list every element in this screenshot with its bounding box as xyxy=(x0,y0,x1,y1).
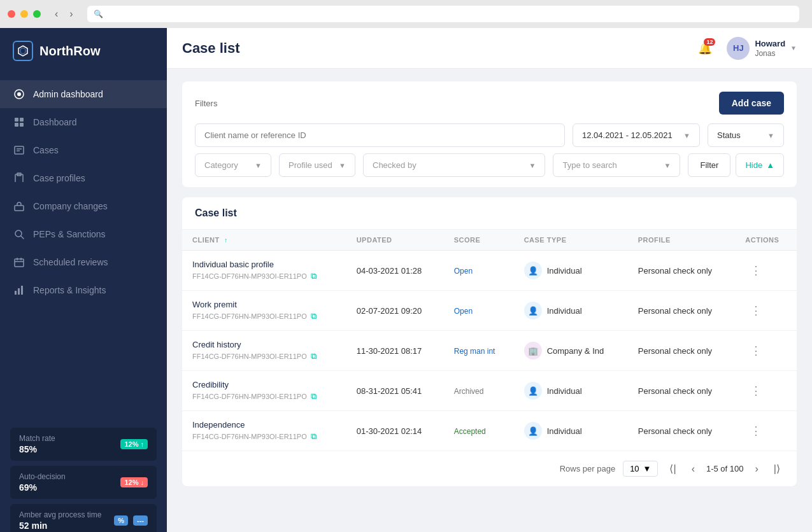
forward-button[interactable]: › xyxy=(66,7,76,21)
notification-button[interactable]: 🔔 12 xyxy=(694,37,716,60)
sidebar-item-cases[interactable]: Cases xyxy=(0,136,167,164)
cell-client-2: Credit history FF14CG-DF76HN-MP93OI-ER11… xyxy=(182,331,346,371)
svg-rect-21 xyxy=(21,286,23,295)
filter-row-2: Category ▼ Profile used ▼ Checked by ▼ T… xyxy=(195,153,784,177)
cell-score-2: Reg man int xyxy=(444,331,514,371)
hide-chevron-icon: ▲ xyxy=(766,160,774,170)
cases-icon xyxy=(13,144,25,157)
add-case-button[interactable]: Add case xyxy=(719,92,784,115)
cell-actions-2: ⋮ xyxy=(735,331,797,371)
copy-icon-1[interactable]: ⧉ xyxy=(311,311,317,321)
cell-client-3: Credibility FF14CG-DF76HN-MP93OI-ER11PO … xyxy=(182,371,346,411)
sidebar-item-case-profiles[interactable]: Case profiles xyxy=(0,164,167,192)
table-row: Credibility FF14CG-DF76HN-MP93OI-ER11PO … xyxy=(182,371,797,411)
hide-button[interactable]: Hide ▲ xyxy=(736,153,784,177)
cell-updated-3: 08-31-2021 05:41 xyxy=(346,371,444,411)
prev-page-button[interactable]: ‹ xyxy=(688,461,699,477)
cell-updated-4: 01-30-2021 02:14 xyxy=(346,411,444,451)
browser-chrome: ‹ › 🔍 xyxy=(0,0,812,28)
sidebar-item-label: Reports & Insights xyxy=(33,285,106,295)
sidebar-item-admin-dashboard[interactable]: Admin dashboard xyxy=(0,80,167,108)
client-ref-2: FF14CG-DF76HN-MP93OI-ER11PO ⧉ xyxy=(192,351,336,361)
category-label: Category xyxy=(204,160,238,170)
cell-score-0: Open xyxy=(444,251,514,291)
stat-badge-1: 12% ↓ xyxy=(120,477,148,487)
sidebar-item-label: Case profiles xyxy=(33,173,85,183)
minimize-dot[interactable] xyxy=(20,10,28,18)
date-range-value: 12.04.2021 - 12.05.2021 xyxy=(582,130,673,140)
next-page-button[interactable]: › xyxy=(751,461,762,477)
scheduled-reviews-icon xyxy=(13,256,25,269)
table-row: Independence FF14CG-DF76HN-MP93OI-ER11PO… xyxy=(182,411,797,451)
stat-badge-2: % xyxy=(114,515,128,526)
type-to-search-select[interactable]: Type to search ▼ xyxy=(553,153,680,177)
rows-per-page-select[interactable]: 10 ▼ xyxy=(623,461,658,477)
last-page-button[interactable]: |⟩ xyxy=(770,460,784,477)
sidebar-item-dashboard[interactable]: Dashboard xyxy=(0,108,167,136)
stat-left-2: Amber avg process time 52 min xyxy=(19,510,101,531)
peps-sanctions-icon xyxy=(13,228,25,241)
first-page-button[interactable]: ⟨| xyxy=(666,460,680,477)
cell-client-1: Work premit FF14CG-DF76HN-MP93OI-ER11PO … xyxy=(182,291,346,331)
cell-client-0: Individual basic profile FF14CG-DF76HN-M… xyxy=(182,251,346,291)
app-container: NorthRow Admin dashboard Dashboard Cases… xyxy=(0,28,812,532)
browser-nav: ‹ › xyxy=(51,7,77,21)
reports-insights-icon xyxy=(13,284,25,297)
sidebar-item-label: Admin dashboard xyxy=(33,89,103,99)
col-actions: ACTIONS xyxy=(735,230,797,251)
copy-icon-0[interactable]: ⧉ xyxy=(311,271,317,281)
copy-icon-3[interactable]: ⧉ xyxy=(311,391,317,402)
client-search-input[interactable] xyxy=(195,123,565,147)
client-ref-4: FF14CG-DF76HN-MP93OI-ER11PO ⧉ xyxy=(192,431,336,442)
copy-icon-2[interactable]: ⧉ xyxy=(311,351,317,361)
svg-rect-19 xyxy=(15,291,17,295)
filter-button[interactable]: Filter xyxy=(688,153,730,177)
status-select[interactable]: Status ▼ xyxy=(708,123,784,147)
type-to-search-label: Type to search xyxy=(562,160,616,170)
svg-rect-20 xyxy=(18,288,20,295)
sidebar-item-reports-insights[interactable]: Reports & Insights xyxy=(0,276,167,304)
actions-button-1[interactable]: ⋮ xyxy=(745,301,767,320)
category-select[interactable]: Category ▼ xyxy=(195,153,271,177)
client-name-1: Work premit xyxy=(192,300,336,309)
fullscreen-dot[interactable] xyxy=(33,10,41,18)
filter-row-1: 12.04.2021 - 12.05.2021 ▼ Status ▼ xyxy=(195,123,784,147)
date-range-select[interactable]: 12.04.2021 - 12.05.2021 ▼ xyxy=(573,123,700,147)
table-row: Work premit FF14CG-DF76HN-MP93OI-ER11PO … xyxy=(182,291,797,331)
sidebar-item-peps-sanctions[interactable]: PEPs & Sanctions xyxy=(0,220,167,248)
admin-dashboard-icon xyxy=(13,88,25,101)
client-name-3: Credibility xyxy=(192,380,336,389)
user-chevron-icon[interactable]: ▼ xyxy=(790,45,797,52)
svg-rect-7 xyxy=(20,123,24,127)
company-changes-icon xyxy=(13,200,25,213)
filters-header: Filters Add case xyxy=(195,92,784,115)
checked-by-select[interactable]: Checked by ▼ xyxy=(363,153,545,177)
sidebar-item-company-changes[interactable]: Company changes xyxy=(0,192,167,220)
actions-button-0[interactable]: ⋮ xyxy=(745,261,767,280)
cell-profile-0: Personal check only xyxy=(628,251,736,291)
case-type-cell-3: 👤 Individual xyxy=(524,382,618,400)
cell-profile-4: Personal check only xyxy=(628,411,736,451)
close-dot[interactable] xyxy=(8,10,15,18)
back-button[interactable]: ‹ xyxy=(51,7,62,21)
case-type-cell-2: 🏢 Company & Ind xyxy=(524,342,618,360)
actions-button-2[interactable]: ⋮ xyxy=(745,341,767,360)
person-icon: 👤 xyxy=(524,262,542,279)
cell-casetype-1: 👤 Individual xyxy=(514,291,628,331)
user-name: Howard Jonas xyxy=(755,39,785,58)
client-ref-0: FF14CG-DF76HN-MP93OI-ER11PO ⧉ xyxy=(192,271,336,281)
rows-value: 10 xyxy=(630,464,639,473)
actions-button-4[interactable]: ⋮ xyxy=(745,421,767,440)
case-type-label-2: Company & Ind xyxy=(547,346,604,356)
actions-button-3[interactable]: ⋮ xyxy=(745,381,767,400)
search-icon: 🔍 xyxy=(94,10,103,18)
person-icon: 👤 xyxy=(524,382,542,400)
sort-icon[interactable]: ↑ xyxy=(224,237,228,244)
profile-select[interactable]: Profile used ▼ xyxy=(279,153,355,177)
sidebar-item-scheduled-reviews[interactable]: Scheduled reviews xyxy=(0,248,167,276)
cell-actions-3: ⋮ xyxy=(735,371,797,411)
cell-casetype-2: 🏢 Company & Ind xyxy=(514,331,628,371)
address-bar[interactable]: 🔍 xyxy=(87,6,799,22)
stat-right-0: 12% ↑ xyxy=(120,439,148,449)
copy-icon-4[interactable]: ⧉ xyxy=(311,431,317,442)
